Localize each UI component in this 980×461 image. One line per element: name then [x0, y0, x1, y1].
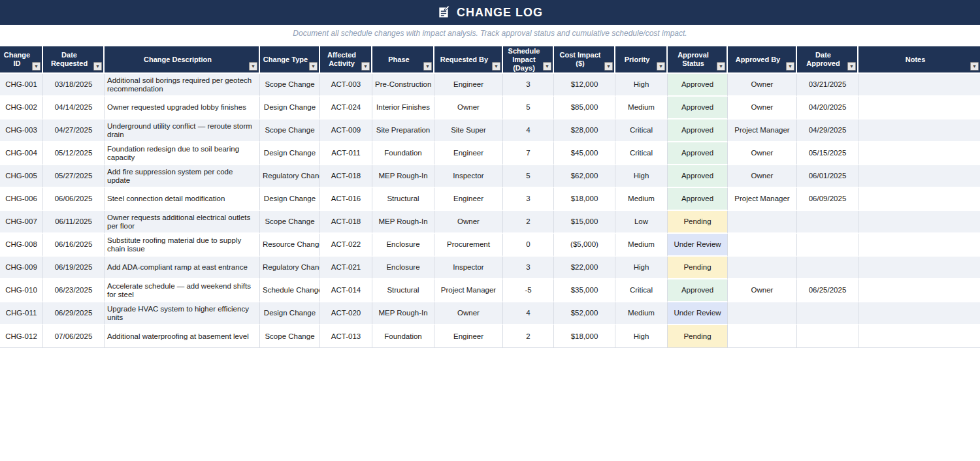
cell-approval_status[interactable]: Approved	[668, 188, 728, 211]
cell-cost_impact[interactable]: $15,000	[554, 211, 615, 234]
cell-cost_impact[interactable]: $52,000	[554, 302, 615, 325]
filter-dropdown-icon[interactable]: ▼	[970, 62, 979, 71]
cell-phase[interactable]: MEP Rough-In	[372, 165, 434, 188]
cell-date_requested[interactable]: 06/06/2025	[43, 188, 105, 211]
cell-approved_by[interactable]	[728, 257, 797, 279]
cell-date_approved[interactable]: 04/20/2025	[797, 97, 858, 119]
cell-change_type[interactable]: Design Change	[260, 302, 320, 325]
cell-change_type[interactable]: Scope Change	[260, 211, 320, 234]
cell-notes[interactable]	[858, 257, 980, 279]
cell-date_approved[interactable]	[797, 234, 858, 257]
filter-dropdown-icon[interactable]: ▼	[361, 62, 370, 71]
filter-dropdown-icon[interactable]: ▼	[543, 62, 551, 71]
cell-description[interactable]: Steel connection detail modification	[105, 188, 260, 211]
cell-schedule_impact[interactable]: -5	[503, 279, 554, 302]
cell-notes[interactable]	[858, 211, 980, 234]
cell-date_approved[interactable]	[797, 325, 858, 348]
cell-schedule_impact[interactable]: 2	[503, 211, 554, 234]
cell-affected_activity[interactable]: ACT-018	[320, 165, 372, 188]
cell-phase[interactable]: MEP Rough-In	[372, 211, 434, 234]
cell-cost_impact[interactable]: $18,000	[554, 188, 615, 211]
cell-date_requested[interactable]: 06/11/2025	[43, 211, 105, 234]
cell-phase[interactable]: Pre-Construction	[372, 74, 434, 97]
cell-date_approved[interactable]	[797, 257, 858, 279]
cell-approved_by[interactable]: Owner	[728, 165, 797, 188]
cell-change_id[interactable]: CHG-002	[0, 97, 43, 119]
cell-change_id[interactable]: CHG-004	[0, 142, 43, 165]
cell-requested_by[interactable]: Owner	[434, 97, 503, 119]
cell-approval_status[interactable]: Approved	[668, 142, 728, 165]
cell-affected_activity[interactable]: ACT-024	[320, 97, 372, 119]
cell-schedule_impact[interactable]: 3	[503, 74, 554, 97]
cell-phase[interactable]: Interior Finishes	[372, 97, 434, 119]
cell-date_requested[interactable]: 05/12/2025	[43, 142, 105, 165]
cell-notes[interactable]	[858, 279, 980, 302]
filter-dropdown-icon[interactable]: ▼	[492, 62, 500, 71]
cell-approved_by[interactable]: Owner	[728, 97, 797, 119]
cell-approval_status[interactable]: Under Review	[668, 234, 728, 257]
cell-requested_by[interactable]: Procurement	[434, 234, 503, 257]
cell-notes[interactable]	[858, 119, 980, 142]
filter-dropdown-icon[interactable]: ▼	[657, 62, 665, 71]
cell-cost_impact[interactable]: $85,000	[554, 97, 615, 119]
cell-affected_activity[interactable]: ACT-003	[320, 74, 372, 97]
cell-priority[interactable]: High	[615, 165, 668, 188]
cell-cost_impact[interactable]: $62,000	[554, 165, 615, 188]
cell-approved_by[interactable]	[728, 211, 797, 234]
cell-description[interactable]: Add fire suppression system per code upd…	[105, 165, 260, 188]
filter-dropdown-icon[interactable]: ▼	[93, 62, 102, 71]
cell-priority[interactable]: Medium	[615, 302, 668, 325]
cell-cost_impact[interactable]: $35,000	[554, 279, 615, 302]
cell-priority[interactable]: Low	[615, 211, 668, 234]
cell-description[interactable]: Owner requested upgraded lobby finishes	[105, 97, 260, 119]
cell-phase[interactable]: Foundation	[372, 325, 434, 348]
cell-date_requested[interactable]: 06/16/2025	[43, 234, 105, 257]
cell-priority[interactable]: Critical	[615, 119, 668, 142]
filter-dropdown-icon[interactable]: ▼	[847, 62, 856, 71]
cell-change_id[interactable]: CHG-001	[0, 74, 43, 97]
cell-requested_by[interactable]: Engineer	[434, 325, 503, 348]
cell-description[interactable]: Underground utility conflict — reroute s…	[105, 119, 260, 142]
cell-schedule_impact[interactable]: 4	[503, 302, 554, 325]
cell-date_requested[interactable]: 05/27/2025	[43, 165, 105, 188]
cell-approval_status[interactable]: Pending	[668, 257, 728, 279]
cell-notes[interactable]	[858, 325, 980, 348]
cell-change_type[interactable]: Scope Change	[260, 325, 320, 348]
cell-date_requested[interactable]: 03/18/2025	[43, 74, 105, 97]
cell-schedule_impact[interactable]: 3	[503, 257, 554, 279]
cell-schedule_impact[interactable]: 4	[503, 119, 554, 142]
cell-date_approved[interactable]: 04/29/2025	[797, 119, 858, 142]
cell-notes[interactable]	[858, 165, 980, 188]
cell-change_id[interactable]: CHG-006	[0, 188, 43, 211]
cell-phase[interactable]: Enclosure	[372, 257, 434, 279]
cell-date_approved[interactable]: 06/25/2025	[797, 279, 858, 302]
cell-approved_by[interactable]	[728, 234, 797, 257]
cell-cost_impact[interactable]: ($5,000)	[554, 234, 615, 257]
cell-description[interactable]: Accelerate schedule — add weekend shifts…	[105, 279, 260, 302]
cell-change_type[interactable]: Schedule Change	[260, 279, 320, 302]
cell-change_id[interactable]: CHG-007	[0, 211, 43, 234]
cell-date_approved[interactable]: 03/21/2025	[797, 74, 858, 97]
cell-change_type[interactable]: Regulatory Change	[260, 257, 320, 279]
cell-notes[interactable]	[858, 188, 980, 211]
cell-priority[interactable]: Medium	[615, 188, 668, 211]
cell-approved_by[interactable]	[728, 325, 797, 348]
cell-date_requested[interactable]: 06/19/2025	[43, 257, 105, 279]
cell-priority[interactable]: Critical	[615, 279, 668, 302]
cell-notes[interactable]	[858, 97, 980, 119]
cell-cost_impact[interactable]: $22,000	[554, 257, 615, 279]
cell-approval_status[interactable]: Approved	[668, 119, 728, 142]
cell-description[interactable]: Additional waterproofing at basement lev…	[105, 325, 260, 348]
cell-date_approved[interactable]: 06/09/2025	[797, 188, 858, 211]
cell-affected_activity[interactable]: ACT-009	[320, 119, 372, 142]
cell-schedule_impact[interactable]: 3	[503, 188, 554, 211]
cell-notes[interactable]	[858, 74, 980, 97]
cell-change_id[interactable]: CHG-003	[0, 119, 43, 142]
cell-priority[interactable]: High	[615, 74, 668, 97]
cell-approved_by[interactable]	[728, 302, 797, 325]
cell-cost_impact[interactable]: $18,000	[554, 325, 615, 348]
cell-date_approved[interactable]	[797, 211, 858, 234]
cell-phase[interactable]: Structural	[372, 279, 434, 302]
cell-notes[interactable]	[858, 302, 980, 325]
cell-date_approved[interactable]	[797, 302, 858, 325]
